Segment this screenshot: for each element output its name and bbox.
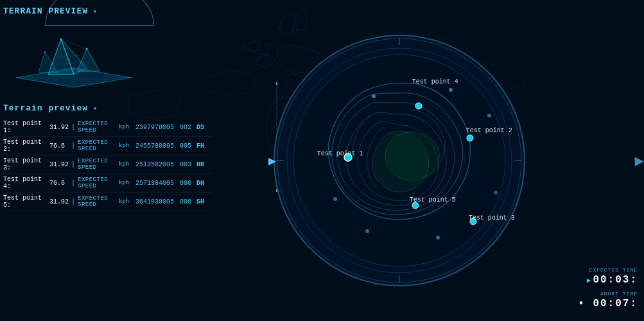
terrain-3d-preview [10, 20, 138, 97]
terrain-label-text-1: Terrain preview [3, 6, 88, 16]
expected-label-0: EXPECTED SPEED [78, 121, 116, 134]
expected-label-4: EXPECTED SPEED [78, 195, 116, 208]
seq-num-0: 002 [180, 124, 194, 131]
id-num-4: 3641938005 [135, 198, 177, 205]
id-num-0: 2397978005 [135, 124, 177, 131]
separator-2: | [71, 161, 75, 168]
code-2: HR [196, 161, 204, 168]
table-row: Test point 5: 31.92 | EXPECTED SPEED kph… [3, 193, 212, 211]
terrain-3d-svg [10, 20, 138, 97]
data-table: Test point 1: 31.92 | EXPECTED SPEED kph… [3, 118, 212, 211]
abort-time-section: ABORT TIME • 00:07: [573, 291, 638, 309]
expected-label-2: EXPECTED SPEED [78, 158, 116, 171]
expected-label-3: EXPECTED SPEED [78, 177, 116, 189]
abort-time-label: ABORT TIME [573, 291, 638, 297]
radar-label-tp5: Test point 5 [410, 196, 456, 204]
expected-time-icon: ▶ [587, 276, 591, 284]
code-3: DH [196, 180, 204, 187]
unit-4: kph [119, 198, 133, 205]
speed-value-2: 31.92 [49, 161, 69, 168]
abort-time-value: • 00:07: [578, 298, 638, 309]
id-num-2: 2513582005 [135, 161, 177, 168]
speed-value-0: 31.92 [49, 124, 69, 131]
terrain-label-text-2: Terrain preview [3, 103, 88, 113]
code-0: DS [196, 124, 204, 131]
svg-marker-19 [77, 49, 100, 71]
right-edge-arrow: ▶ [635, 152, 644, 170]
expected-time-label: EXPECTED TIME [573, 267, 638, 273]
id-num-3: 2571384005 [135, 180, 177, 187]
separator-0: | [71, 124, 75, 131]
point-name-1: Test point 2: [3, 139, 47, 153]
left-panel: Terrain preview ▾ [0, 0, 218, 321]
radar-label-tp2: Test point 2 [466, 127, 512, 134]
terrain-preview-label-1: Terrain preview ▾ [3, 6, 212, 16]
code-4: SH [196, 198, 204, 205]
point-name-2: Test point 3: [3, 157, 47, 171]
terrain-chevron-1[interactable]: ▾ [93, 8, 98, 15]
speed-value-3: 76.6 [49, 180, 69, 187]
separator-4: | [71, 198, 75, 205]
table-row: Test point 1: 31.92 | EXPECTED SPEED kph… [3, 118, 212, 137]
right-timing-panel: EXPECTED TIME ▶ 00:03: ABORT TIME • 00:0… [567, 261, 644, 321]
table-row: Test point 3: 31.92 | EXPECTED SPEED kph… [3, 155, 212, 174]
seq-num-4: 008 [180, 198, 194, 205]
seq-num-3: 006 [180, 180, 194, 187]
radar-label-tp3: Test point 3 [469, 214, 515, 221]
test-point-labels-overlay: Test point 4 Test point 2 Test point 1 T… [271, 32, 528, 289]
id-num-1: 2455780005 [135, 143, 177, 150]
code-1: FH [196, 143, 204, 150]
expected-time-section: EXPECTED TIME ▶ 00:03: [573, 267, 638, 286]
table-row: Test point 4: 76.6 | EXPECTED SPEED kph … [3, 174, 212, 193]
expected-time-value: 00:03: [593, 274, 638, 286]
point-name-4: Test point 5: [3, 195, 47, 209]
radar-label-tp4: Test point 4 [412, 78, 458, 85]
unit-2: kph [119, 161, 133, 168]
separator-1: | [71, 143, 75, 150]
terrain-chevron-2[interactable]: ▾ [93, 105, 98, 112]
seq-num-2: 003 [180, 161, 194, 168]
unit-0: kph [119, 124, 133, 130]
unit-3: kph [119, 180, 133, 186]
speed-value-4: 31.92 [49, 198, 69, 205]
seq-num-1: 005 [180, 143, 194, 150]
separator-3: | [71, 180, 75, 187]
unit-1: kph [119, 143, 133, 149]
table-row: Test point 2: 76.6 | EXPECTED SPEED kph … [3, 137, 212, 155]
point-name-0: Test point 1: [3, 120, 47, 134]
svg-point-23 [44, 51, 46, 53]
expected-label-1: EXPECTED SPEED [78, 139, 116, 152]
speed-value-1: 76.6 [49, 143, 69, 150]
data-section: Terrain preview ▾ Test point 1: 31.92 | … [3, 103, 212, 211]
point-name-3: Test point 4: [3, 176, 47, 190]
terrain-preview-label-2: Terrain preview ▾ [3, 103, 212, 113]
radar-label-tp1: Test point 1 [317, 150, 363, 157]
